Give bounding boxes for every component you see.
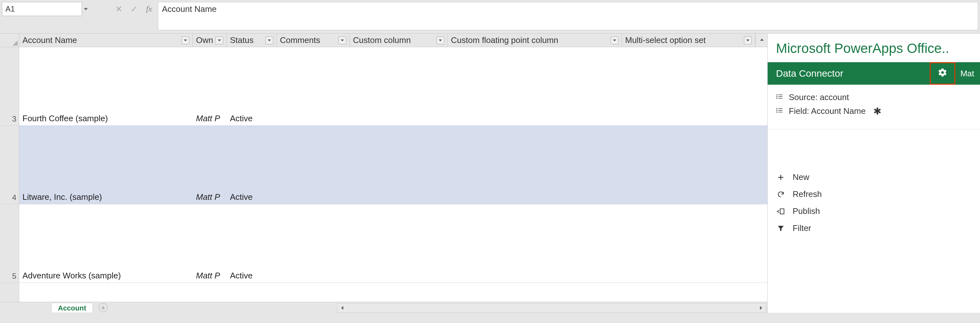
cell-status[interactable]: Active xyxy=(227,271,277,283)
publish-icon xyxy=(776,208,786,215)
cell-account[interactable]: Litware, Inc. (sample) xyxy=(19,192,193,204)
gear-icon xyxy=(938,68,947,80)
scroll-right-icon[interactable] xyxy=(756,306,766,310)
sheet-tab-account[interactable]: Account xyxy=(51,303,93,312)
name-box-dropdown[interactable] xyxy=(82,2,90,16)
cell-custom[interactable] xyxy=(350,123,448,125)
cell-reference: A1 xyxy=(5,5,78,13)
filter-dropdown-icon[interactable] xyxy=(181,37,189,44)
plus-icon xyxy=(776,174,786,181)
cell-float[interactable] xyxy=(448,202,622,204)
svg-point-4 xyxy=(776,96,777,97)
actions-list: New Refresh Publish Filter xyxy=(768,165,980,248)
action-label: Refresh xyxy=(793,189,822,199)
action-label: Publish xyxy=(793,206,820,216)
action-label: Filter xyxy=(793,223,811,233)
cell-multi[interactable] xyxy=(622,202,755,204)
list-icon xyxy=(776,93,783,102)
svg-rect-14 xyxy=(780,209,784,214)
col-owner[interactable]: Own xyxy=(193,34,227,47)
row-header[interactable]: 5 xyxy=(0,204,19,283)
svg-point-3 xyxy=(776,94,777,95)
scroll-up-icon[interactable] xyxy=(756,34,768,45)
cell-custom[interactable] xyxy=(350,202,448,204)
svg-point-5 xyxy=(776,98,777,99)
cell-account[interactable]: Fourth Coffee (sample) xyxy=(19,114,193,125)
refresh-button[interactable]: Refresh xyxy=(776,189,972,199)
publish-button[interactable]: Publish xyxy=(776,206,972,216)
user-label: Mat xyxy=(961,69,974,78)
svg-point-10 xyxy=(776,110,777,111)
new-button[interactable]: New xyxy=(776,172,972,182)
vscroll-header xyxy=(755,34,767,47)
row-header[interactable]: 3 xyxy=(0,47,19,126)
filter-dropdown-icon[interactable] xyxy=(216,37,223,44)
cell-custom[interactable] xyxy=(350,281,448,283)
spreadsheet-grid: 3 4 5 Account Name Own Status xyxy=(0,34,767,313)
refresh-icon xyxy=(776,190,786,198)
col-status[interactable]: Status xyxy=(227,34,277,47)
data-connector-bar: Data Connector Mat xyxy=(768,62,980,85)
field-label: Field: Account Name xyxy=(789,106,865,116)
col-custom-float[interactable]: Custom floating point column xyxy=(448,34,622,47)
cell-float[interactable] xyxy=(448,281,622,283)
filter-dropdown-icon[interactable] xyxy=(339,37,346,44)
svg-point-9 xyxy=(776,109,777,109)
row-header-column: 3 4 5 xyxy=(0,34,19,302)
column-header-row: Account Name Own Status Comments xyxy=(19,34,767,47)
cell-comments[interactable] xyxy=(277,281,350,283)
cell-owner[interactable]: Matt P xyxy=(193,271,227,283)
col-custom[interactable]: Custom column xyxy=(350,34,448,47)
cell-comments[interactable] xyxy=(277,202,350,204)
accept-formula-icon[interactable]: ✓ xyxy=(130,4,138,14)
svg-point-11 xyxy=(776,112,777,113)
cancel-formula-icon[interactable]: ✕ xyxy=(115,4,123,14)
select-all-corner[interactable] xyxy=(0,34,19,47)
add-sheet-button[interactable]: ＋ xyxy=(99,303,108,312)
filter-dropdown-icon[interactable] xyxy=(266,37,273,44)
cell-multi[interactable] xyxy=(622,123,755,125)
data-connector-label: Data Connector xyxy=(776,68,930,79)
row-header[interactable]: 4 xyxy=(0,126,19,204)
fx-icon[interactable]: fx xyxy=(146,4,152,14)
cell-float[interactable] xyxy=(448,123,622,125)
formula-input[interactable]: Account Name xyxy=(158,2,978,30)
cell-comments[interactable] xyxy=(277,123,350,125)
action-label: New xyxy=(793,172,809,182)
filter-dropdown-icon[interactable] xyxy=(744,37,752,44)
filter-dropdown-icon[interactable] xyxy=(436,37,444,44)
source-label: Source: account xyxy=(789,93,849,102)
vertical-scrollbar[interactable] xyxy=(756,34,767,47)
cell-multi[interactable] xyxy=(622,281,755,283)
sheet-tab-strip: Account ＋ xyxy=(0,302,767,313)
formula-bar: A1 ✕ ✓ fx Account Name xyxy=(0,0,980,34)
col-account-name[interactable]: Account Name xyxy=(19,34,193,47)
cell-status[interactable]: Active xyxy=(227,192,277,204)
table-row[interactable]: Fourth Coffee (sample) Matt P Active xyxy=(19,47,767,126)
panel-title: Microsoft PowerApps Office.. xyxy=(768,34,980,62)
cell-owner[interactable]: Matt P xyxy=(193,192,227,204)
cell-owner[interactable]: Matt P xyxy=(193,114,227,125)
context-info: Source: account Field: Account Name ✱ xyxy=(768,85,980,129)
cell-account[interactable]: Adventure Works (sample) xyxy=(19,271,193,283)
filter-icon xyxy=(776,224,786,232)
powerapps-side-panel: Microsoft PowerApps Office.. Data Connec… xyxy=(767,34,980,313)
name-box[interactable]: A1 xyxy=(2,2,82,16)
list-icon xyxy=(776,106,783,116)
settings-button[interactable] xyxy=(930,62,955,85)
scroll-left-icon[interactable] xyxy=(337,306,347,310)
horizontal-scrollbar[interactable] xyxy=(337,303,766,313)
filter-button[interactable]: Filter xyxy=(776,223,972,233)
formula-controls: ✕ ✓ fx xyxy=(115,2,152,16)
formula-text: Account Name xyxy=(162,4,217,14)
required-asterisk-icon: ✱ xyxy=(873,106,881,117)
col-multi-select[interactable]: Multi-select option set xyxy=(622,34,755,47)
table-row[interactable]: Litware, Inc. (sample) Matt P Active xyxy=(19,126,767,204)
col-comments[interactable]: Comments xyxy=(277,34,350,47)
table-row[interactable]: Adventure Works (sample) Matt P Active xyxy=(19,204,767,283)
filter-dropdown-icon[interactable] xyxy=(611,37,619,44)
cell-status[interactable]: Active xyxy=(227,114,277,125)
